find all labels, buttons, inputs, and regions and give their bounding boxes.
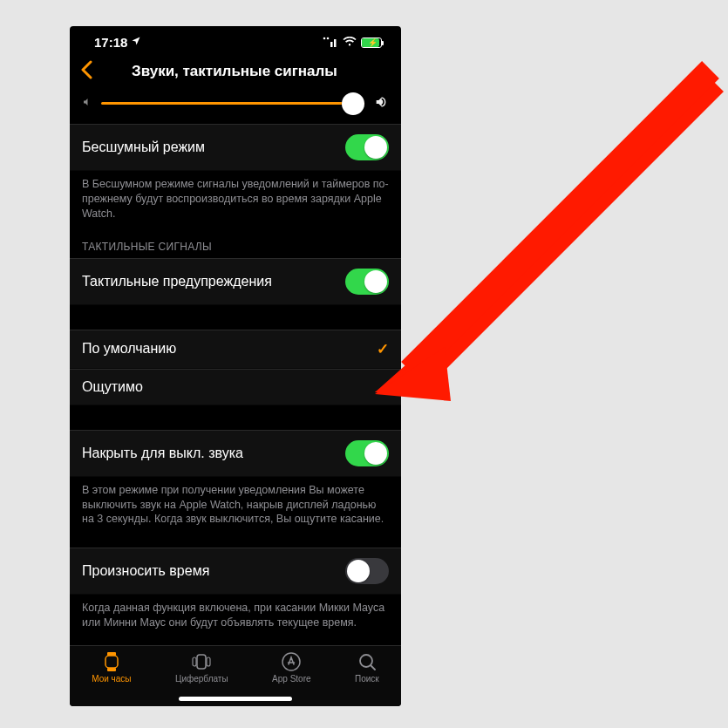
default-option-label: По умолчанию xyxy=(82,341,176,357)
svg-point-1 xyxy=(327,37,330,40)
cover-to-mute-label: Накрыть для выкл. звука xyxy=(82,446,243,461)
speak-time-footer: Когда данная функция включена, при касан… xyxy=(70,595,401,634)
tab-my-watch[interactable]: Мои часы xyxy=(92,651,131,684)
svg-rect-2 xyxy=(330,42,333,47)
svg-rect-8 xyxy=(193,657,196,666)
svg-point-0 xyxy=(323,37,326,40)
haptic-alerts-toggle[interactable] xyxy=(345,269,389,295)
faces-icon xyxy=(191,651,212,672)
silent-mode-label: Бесшумный режим xyxy=(82,139,205,155)
svg-line-15 xyxy=(410,70,711,371)
svg-line-12 xyxy=(371,665,375,670)
haptic-alerts-label: Тактильные предупреждения xyxy=(82,274,272,289)
status-time: 17:18 xyxy=(94,35,127,50)
prominent-option-label: Ощутимо xyxy=(82,379,143,395)
nav-header: Звуки, тактильные сигналы xyxy=(70,53,401,92)
tab-appstore-label: App Store xyxy=(272,674,310,684)
slider-thumb[interactable] xyxy=(342,92,364,115)
volume-high-icon xyxy=(373,95,389,112)
silent-mode-row[interactable]: Бесшумный режим xyxy=(70,124,401,171)
silent-mode-toggle[interactable] xyxy=(345,134,389,160)
prominent-option-row[interactable]: Ощутимо xyxy=(70,369,401,405)
cover-to-mute-row[interactable]: Накрыть для выкл. звука xyxy=(70,430,401,477)
cover-to-mute-footer: В этом режиме при получении уведомления … xyxy=(70,477,401,531)
page-title: Звуки, тактильные сигналы xyxy=(101,63,391,80)
cover-to-mute-toggle[interactable] xyxy=(345,440,389,466)
tab-search-label: Поиск xyxy=(355,674,379,684)
svg-rect-9 xyxy=(207,657,210,666)
cellular-signal-icon xyxy=(323,35,338,50)
tab-faces[interactable]: Циферблаты xyxy=(175,651,228,684)
tab-search[interactable]: Поиск xyxy=(355,651,379,684)
haptic-alerts-row[interactable]: Тактильные предупреждения xyxy=(70,258,401,305)
volume-slider-row xyxy=(70,92,401,124)
tab-faces-label: Циферблаты xyxy=(175,674,228,684)
svg-rect-3 xyxy=(334,39,337,47)
home-indicator[interactable] xyxy=(179,697,292,701)
default-option-row[interactable]: По умолчанию ✓ xyxy=(70,330,401,369)
phone-screen: 17:18 ⚡ xyxy=(70,26,401,706)
checkmark-icon: ✓ xyxy=(377,340,389,358)
location-arrow-icon xyxy=(131,36,141,49)
appstore-icon xyxy=(282,651,301,672)
tab-bar: Мои часы Циферблаты App Store Поиск xyxy=(70,645,401,706)
watch-icon xyxy=(103,651,120,672)
battery-icon: ⚡ xyxy=(361,37,382,48)
tab-appstore[interactable]: App Store xyxy=(272,651,310,684)
back-button[interactable] xyxy=(80,60,92,83)
volume-slider[interactable] xyxy=(101,102,364,105)
svg-rect-6 xyxy=(105,656,118,668)
annotation-arrow xyxy=(344,44,728,427)
status-bar: 17:18 ⚡ xyxy=(70,26,401,53)
search-icon xyxy=(357,651,377,672)
wifi-icon xyxy=(343,35,357,50)
speak-time-label: Произносить время xyxy=(82,563,209,579)
svg-rect-7 xyxy=(197,655,206,669)
svg-marker-13 xyxy=(375,78,724,392)
volume-low-icon xyxy=(82,97,92,110)
speak-time-row[interactable]: Произносить время xyxy=(70,548,401,595)
speak-time-toggle[interactable] xyxy=(345,558,389,584)
silent-mode-footer: В Бесшумном режиме сигналы уведомлений и… xyxy=(70,171,401,225)
haptic-section-header: ТАКТИЛЬНЫЕ СИГНАЛЫ xyxy=(70,225,401,258)
tab-my-watch-label: Мои часы xyxy=(92,674,131,684)
